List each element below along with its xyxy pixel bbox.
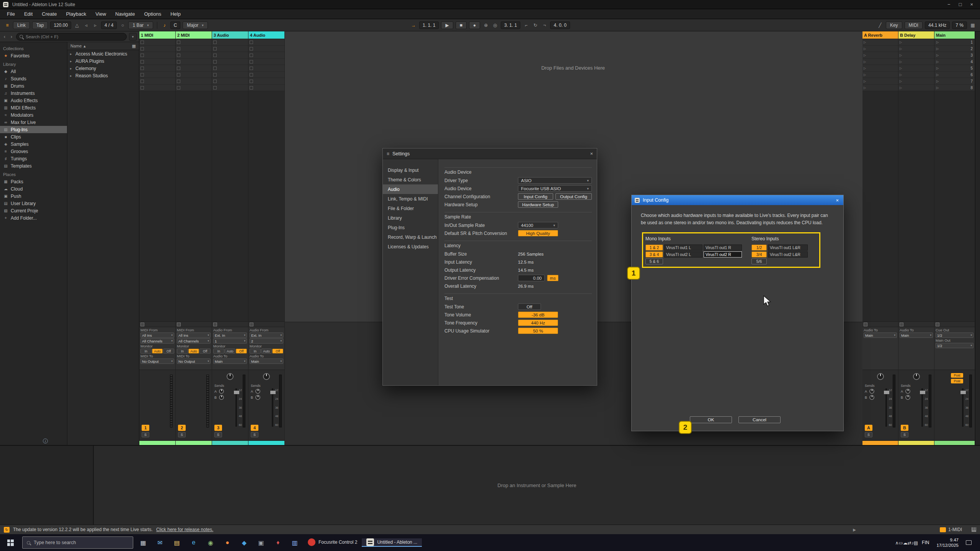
taskbar-app-icon[interactable]: ▥ <box>286 534 303 551</box>
output-chooser[interactable]: Main <box>213 359 247 364</box>
taskbar-app-icon[interactable]: ▦ <box>135 534 152 551</box>
draw-mode-icon[interactable]: ╱ <box>877 23 884 28</box>
setting-value[interactable]: ASIO <box>518 177 592 184</box>
monitor-button[interactable]: Off <box>163 349 174 354</box>
taskbar-app-button[interactable]: Focusrite Control 2 <box>303 538 362 547</box>
solo-button[interactable]: S <box>142 432 149 437</box>
sidebar-item[interactable]: ☁ Cloud <box>0 185 67 192</box>
clip-slot[interactable] <box>176 65 212 72</box>
language-indicator[interactable]: FIN <box>919 540 932 545</box>
clip-slot[interactable] <box>176 72 212 78</box>
main-out-chooser[interactable]: 1/2 <box>936 343 973 348</box>
expand-chevron-icon[interactable]: ▸ <box>70 74 73 78</box>
link-button[interactable]: Link <box>13 21 30 29</box>
setting-value-secondary[interactable]: Output Config <box>555 193 592 200</box>
taskbar-app-icon[interactable]: ▣ <box>253 534 270 551</box>
settings-tab[interactable]: Display & Input <box>383 165 438 175</box>
scene-launch-slot[interactable]: 3 <box>934 52 975 59</box>
session-record-icon[interactable]: ◎ <box>492 23 498 28</box>
tap-tempo-button[interactable]: Tap <box>32 21 48 29</box>
list-item[interactable]: ▸ Access Music Electronics <box>67 50 139 57</box>
output-chooser[interactable]: Main <box>250 359 283 364</box>
list-item[interactable]: ▸ Reason Studios <box>67 72 139 79</box>
stop-all-clips-button[interactable] <box>898 321 934 327</box>
track-header[interactable]: Main <box>934 31 975 39</box>
setting-value-secondary[interactable]: ms <box>547 275 559 281</box>
setting-value[interactable]: Input Config <box>518 193 553 200</box>
clip-slot[interactable] <box>248 85 284 91</box>
sidebar-item[interactable]: ▧ Plug-Ins <box>0 126 67 133</box>
scene-launch-slot[interactable]: 7 <box>934 78 975 85</box>
setting-value[interactable]: High Quality <box>518 230 558 236</box>
monitor-button[interactable]: Auto <box>225 349 236 354</box>
output-chooser[interactable]: No Output <box>177 359 211 364</box>
setting-value[interactable]: 12.5 ms <box>518 259 534 265</box>
return-activator[interactable]: B <box>901 425 908 431</box>
solo-button[interactable]: S <box>865 432 872 437</box>
clip-stop-slot[interactable] <box>862 59 898 65</box>
volume-fader[interactable] <box>272 388 273 427</box>
menu-item[interactable]: Playback <box>61 9 91 19</box>
monitor-button[interactable]: In <box>213 349 224 354</box>
setting-value[interactable]: Hardware Setup <box>518 201 558 208</box>
live-menu-icon[interactable]: ≡ <box>4 23 11 28</box>
clip-slot[interactable] <box>248 39 284 46</box>
settings-tab[interactable]: Theme & Colors <box>383 175 438 184</box>
nudge-down-icon[interactable]: ◃ <box>83 23 90 28</box>
clip-slot[interactable] <box>139 85 175 91</box>
pan-knob[interactable] <box>877 373 884 380</box>
output-chooser[interactable]: Main <box>864 333 897 338</box>
input-type-chooser[interactable]: All Ins <box>140 333 174 338</box>
loop-length-field[interactable]: 4. 0. 0 <box>550 21 570 29</box>
clip-slot[interactable] <box>212 39 248 46</box>
maximize-button[interactable]: □ <box>959 2 962 7</box>
monitor-button[interactable]: In <box>140 349 152 354</box>
send-post-toggle[interactable]: Post <box>951 373 963 378</box>
settings-title-bar[interactable]: ≡ Settings × <box>383 148 597 159</box>
sidebar-item[interactable]: ▥ MIDI Effects <box>0 104 67 111</box>
clip-slot[interactable] <box>212 78 248 85</box>
punch-in-position-field[interactable]: 3. 1. 1 <box>501 21 520 29</box>
clip-slot[interactable] <box>248 46 284 52</box>
track-header[interactable]: 3 Audio <box>212 31 248 39</box>
setting-value[interactable]: -36 dB <box>518 311 558 318</box>
taskbar-app-icon[interactable]: ◆ <box>236 534 253 551</box>
sort-icon[interactable]: ▴ <box>83 44 86 49</box>
taskbar-app-icon[interactable]: ✉ <box>152 534 168 551</box>
clip-stop-slot[interactable] <box>898 59 934 65</box>
settings-tab[interactable]: Link, Tempo & MIDI <box>383 194 438 204</box>
menu-item[interactable]: Navigate <box>111 9 139 19</box>
settings-tab[interactable]: File & Folder <box>383 204 438 213</box>
stop-all-clips-button[interactable] <box>139 321 175 327</box>
info-icon[interactable]: i <box>43 439 48 443</box>
sidebar-item[interactable]: ▤ Templates <box>0 162 67 170</box>
sidebar-item[interactable]: ▧ Current Proje <box>0 207 67 214</box>
track-activator[interactable]: 2 <box>178 425 186 431</box>
setting-value[interactable]: Off <box>518 303 541 310</box>
clip-slot[interactable] <box>139 59 175 65</box>
setting-value[interactable]: 0.00 <box>518 275 545 281</box>
monitor-button[interactable]: Auto <box>152 349 163 354</box>
setting-value[interactable]: 256 Samples <box>518 251 544 257</box>
input-type-chooser[interactable]: Ext. In <box>213 333 247 338</box>
taskbar-app-icon[interactable]: ● <box>219 534 236 551</box>
filter-icon[interactable]: ▾ <box>129 33 137 41</box>
sidebar-item[interactable]: ★ Favorites <box>0 52 67 59</box>
sidebar-item[interactable]: ♯ Tunings <box>0 155 67 162</box>
monitor-button[interactable]: Off <box>272 349 283 354</box>
metronome-icon[interactable]: △ <box>74 23 80 28</box>
scene-launch-slot[interactable]: 5 <box>934 65 975 72</box>
expand-chevron-icon[interactable]: ▸ <box>70 59 73 63</box>
list-item[interactable]: ▸ AURA Plugins <box>67 57 139 65</box>
clip-stop-slot[interactable] <box>898 78 934 85</box>
sidebar-item[interactable]: ■ Clips <box>0 133 67 140</box>
menu-item[interactable]: View <box>91 9 111 19</box>
clip-slot[interactable] <box>212 46 248 52</box>
clip-slot[interactable] <box>212 72 248 78</box>
settings-tab[interactable]: Licenses & Updates <box>383 242 438 251</box>
clip-stop-slot[interactable] <box>898 72 934 78</box>
input-type-chooser[interactable]: All Ins <box>177 333 211 338</box>
clip-stop-slot[interactable] <box>898 46 934 52</box>
send-knob[interactable] <box>255 395 260 400</box>
taskbar-app-icon[interactable]: ▤ <box>168 534 185 551</box>
